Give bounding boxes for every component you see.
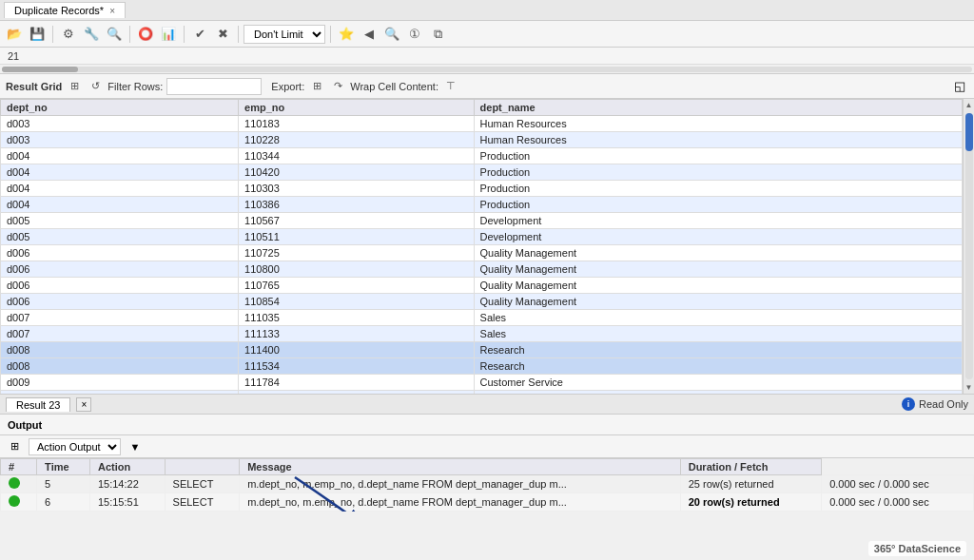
toolbar-sep-4: [238, 26, 239, 43]
wrap-icon[interactable]: ⊤: [442, 78, 459, 95]
table-row[interactable]: d005110567Development: [1, 213, 963, 229]
scroll-thumb-v: [965, 113, 973, 151]
filter-rows-input[interactable]: [166, 78, 262, 95]
result-table: dept_no emp_no dept_name d003110183Human…: [0, 99, 963, 394]
col-action: Action: [89, 459, 165, 475]
status-dot: [9, 495, 20, 507]
layout-button[interactable]: ⧉: [427, 24, 448, 45]
toolbar-sep-1: [52, 26, 53, 43]
tab-label: Duplicate Records*: [14, 5, 104, 16]
output-dropdown-arrow[interactable]: ▼: [127, 438, 144, 455]
open-button[interactable]: 📂: [4, 24, 25, 45]
table-row[interactable]: d004110420Production: [1, 164, 963, 181]
result-tab-label: Result 23: [16, 399, 60, 411]
toolbar-sep-3: [184, 26, 185, 43]
save-button[interactable]: 💾: [27, 24, 48, 45]
col-query: [165, 459, 240, 475]
output-body: 515:14:22SELECTm.dept_no, m.emp_no, d.de…: [1, 475, 974, 512]
close-result-tab[interactable]: ×: [76, 397, 91, 412]
info-icon: i: [902, 397, 915, 411]
check-button[interactable]: ✔: [189, 24, 210, 45]
output-row[interactable]: 515:14:22SELECTm.dept_no, m.emp_no, d.de…: [1, 475, 974, 493]
toolbar-sep-5: [330, 26, 331, 43]
table-row[interactable]: d008111534Research: [1, 358, 963, 375]
star-button[interactable]: ⭐: [336, 24, 357, 45]
scroll-track-v: [965, 113, 973, 379]
output-table-container: # Time Action Message Duration / Fetch 5…: [0, 458, 974, 512]
result-tab[interactable]: Result 23: [6, 397, 70, 412]
col-duration: Duration / Fetch: [680, 459, 821, 475]
search-button[interactable]: 🔍: [104, 24, 125, 45]
table-row[interactable]: d003110183Human Resources: [1, 116, 963, 132]
scroll-down-arrow[interactable]: ▼: [965, 381, 973, 394]
num-button[interactable]: ①: [404, 24, 425, 45]
result-grid-label: Result Grid: [6, 81, 62, 92]
table-row[interactable]: d007111133Sales: [1, 326, 963, 342]
wrap-label: Wrap Cell Content:: [350, 81, 438, 92]
grid-right-icon[interactable]: ◱: [951, 78, 968, 95]
output-table: # Time Action Message Duration / Fetch 5…: [0, 458, 974, 512]
readonly-label: Read Only: [919, 398, 968, 410]
table-body: d003110183Human Resourcesd003110228Human…: [1, 116, 963, 395]
output-header: Output: [0, 415, 974, 435]
col-dept-name: dept_name: [474, 100, 962, 116]
export-label: Export:: [271, 81, 304, 92]
zoom-button[interactable]: 🔍: [381, 24, 402, 45]
output-label: Output: [8, 419, 42, 431]
hscroll-track: [2, 67, 972, 72]
tab-close-icon[interactable]: ×: [109, 6, 115, 16]
grid-button[interactable]: 📊: [158, 24, 179, 45]
stop-button[interactable]: ✖: [212, 24, 233, 45]
result-status-bar: Result 23 × i Read Only: [0, 394, 974, 415]
col-time: Time: [37, 459, 90, 475]
filter-rows-label: Filter Rows:: [107, 81, 163, 92]
table-row[interactable]: d007111035Sales: [1, 310, 963, 326]
table-row[interactable]: d006110765Quality Management: [1, 278, 963, 294]
execute-button[interactable]: ⚙: [58, 24, 79, 45]
line-number-bar: 21: [0, 48, 974, 65]
data-table-wrap: dept_no emp_no dept_name d003110183Human…: [0, 99, 963, 394]
data-area: dept_no emp_no dept_name d003110183Human…: [0, 99, 974, 394]
col-message: Message: [240, 459, 681, 475]
watermark: 365° DataScience: [868, 541, 966, 556]
status-dot: [9, 477, 20, 489]
table-row[interactable]: d006110725Quality Management: [1, 245, 963, 261]
readonly-status: i Read Only: [902, 397, 968, 411]
table-header-row: dept_no emp_no dept_name: [1, 100, 963, 116]
col-emp-no: emp_no: [239, 100, 474, 116]
table-row[interactable]: d005110511Development: [1, 229, 963, 245]
circle-button[interactable]: ⭕: [135, 24, 156, 45]
result-grid-toolbar: Result Grid ⊞ ↺ Filter Rows: Export: ⊞ ↷…: [0, 74, 974, 99]
output-tool-icon-1[interactable]: ⊞: [6, 438, 23, 455]
right-scrollbar[interactable]: ▲ ▼: [963, 99, 974, 394]
output-toolbar: ⊞ Action Output ▼: [0, 435, 974, 458]
settings-button[interactable]: 🔧: [81, 24, 102, 45]
horizontal-scrollbar[interactable]: [0, 65, 974, 74]
bottom-area: Output ⊞ Action Output ▼ # Time Action M…: [0, 415, 974, 560]
title-bar: Duplicate Records* ×: [0, 0, 974, 21]
scroll-up-arrow[interactable]: ▲: [965, 99, 973, 111]
col-dept-no: dept_no: [1, 100, 239, 116]
table-row[interactable]: d009111784Customer Service: [1, 375, 963, 391]
toolbar-sep-2: [129, 26, 130, 43]
title-tab[interactable]: Duplicate Records* ×: [4, 2, 126, 18]
line-number: 21: [8, 50, 19, 62]
export-icon-1[interactable]: ⊞: [308, 78, 325, 95]
col-hash: #: [1, 459, 37, 475]
export-icon-2[interactable]: ↷: [329, 78, 346, 95]
action-output-dropdown[interactable]: Action Output: [29, 438, 121, 455]
table-row[interactable]: d004110344Production: [1, 148, 963, 164]
table-row[interactable]: d004110303Production: [1, 181, 963, 197]
grid-icon-2[interactable]: ↺: [87, 78, 104, 95]
output-header-row: # Time Action Message Duration / Fetch: [1, 459, 974, 475]
back-button[interactable]: ◀: [359, 24, 380, 45]
table-row[interactable]: d006110854Quality Management: [1, 294, 963, 310]
limit-dropdown[interactable]: Don't Limit 1000 rows 500 rows: [244, 25, 325, 44]
main-toolbar: 📂 💾 ⚙ 🔧 🔍 ⭕ 📊 ✔ ✖ Don't Limit 1000 rows …: [0, 21, 974, 48]
table-row[interactable]: d006110800Quality Management: [1, 261, 963, 278]
grid-icon-1[interactable]: ⊞: [66, 78, 83, 95]
output-row[interactable]: 615:15:51SELECTm.dept_no, m.emp_no, d.de…: [1, 493, 974, 512]
table-row[interactable]: d003110228Human Resources: [1, 132, 963, 148]
table-row[interactable]: d008111400Research: [1, 342, 963, 358]
table-row[interactable]: d004110386Production: [1, 197, 963, 213]
